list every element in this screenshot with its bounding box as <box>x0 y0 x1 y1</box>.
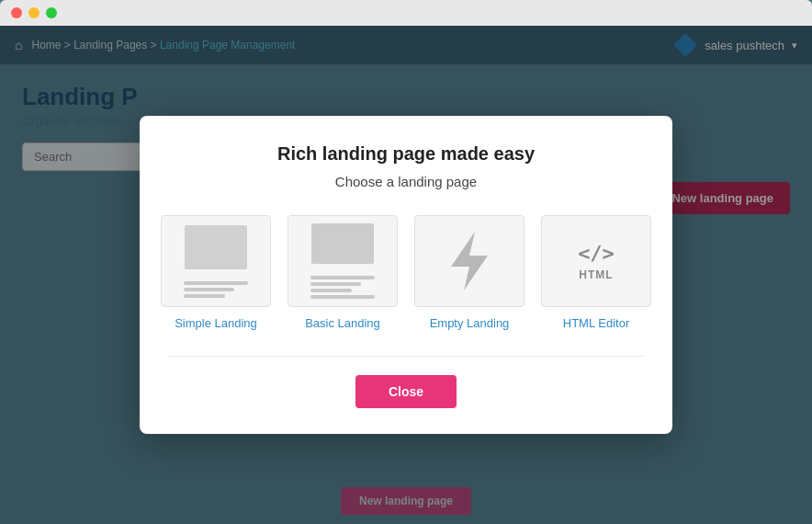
simple-screen-graphic <box>185 225 247 269</box>
close-button[interactable]: Close <box>355 375 457 408</box>
basic-preview-line-4 <box>310 295 375 299</box>
lightning-bolt-graphic <box>445 228 493 294</box>
template-cards-row: Simple Landing Basic Landing <box>169 215 643 330</box>
preview-line-1 <box>184 281 248 285</box>
modal-dialog: Rich landing page made easy Choose a lan… <box>140 116 672 434</box>
basic-landing-preview <box>288 215 398 307</box>
template-card-html[interactable]: </> HTML HTML Editor <box>541 215 651 330</box>
template-card-basic[interactable]: Basic Landing <box>288 215 398 330</box>
basic-screen-graphic <box>311 223 374 264</box>
basic-preview-line-1 <box>310 276 375 279</box>
basic-preview-line-3 <box>310 289 352 292</box>
basic-preview-line-2 <box>310 282 361 286</box>
window-chrome <box>0 0 812 26</box>
html-code-graphic: </> HTML <box>578 242 615 281</box>
preview-line-2 <box>184 288 234 291</box>
simple-preview-lines <box>184 281 248 298</box>
minimize-traffic-light[interactable] <box>28 7 39 18</box>
empty-landing-label: Empty Landing <box>414 316 524 330</box>
html-editor-preview: </> HTML <box>541 215 651 307</box>
preview-line-3 <box>184 294 225 298</box>
app-shell: ⌂ Home > Landing Pages > Landing Page Ma… <box>0 26 812 524</box>
simple-landing-preview <box>161 215 271 307</box>
html-editor-label: HTML Editor <box>541 316 651 330</box>
template-card-empty[interactable]: Empty Landing <box>414 215 524 330</box>
html-label-text: HTML <box>579 268 613 281</box>
basic-preview-lines <box>310 276 375 299</box>
close-traffic-light[interactable] <box>11 7 22 18</box>
simple-landing-label: Simple Landing <box>161 316 271 330</box>
template-card-simple[interactable]: Simple Landing <box>161 215 271 330</box>
modal-title: Rich landing page made easy <box>169 143 643 165</box>
basic-landing-label: Basic Landing <box>288 316 398 330</box>
modal-divider <box>169 356 643 357</box>
modal-subtitle: Choose a landing page <box>169 174 643 189</box>
maximize-traffic-light[interactable] <box>46 7 57 18</box>
modal-footer: Close <box>169 375 643 408</box>
empty-landing-preview <box>414 215 524 307</box>
html-code-text: </> <box>578 242 615 265</box>
